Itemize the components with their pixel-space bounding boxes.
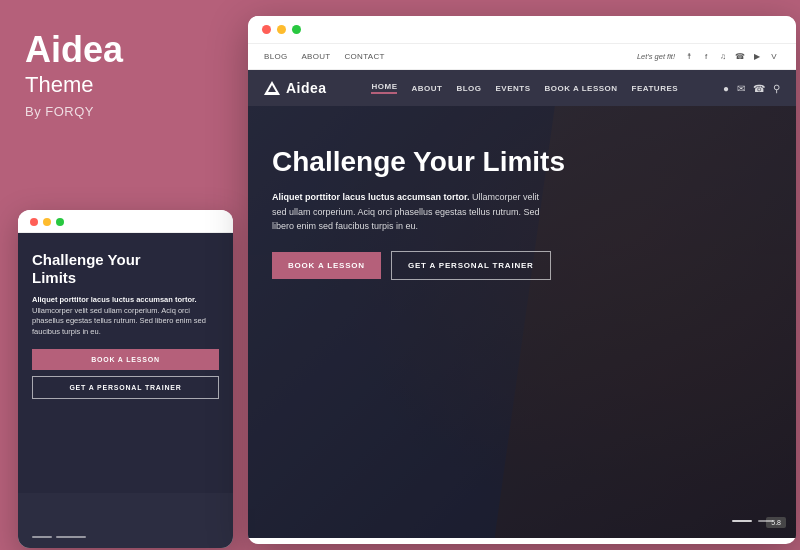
nav-book-lesson-link[interactable]: BOOK A LESSON — [545, 84, 618, 93]
desktop-website: BLOG ABOUT CONTACT Let's get fit! ☨ f ♫ … — [248, 44, 796, 538]
mobile-hero-desc: Aliquet porttitor lacus luctus accumsan … — [32, 295, 219, 337]
desktop-dot-red — [262, 25, 271, 34]
hero-section: Challenge Your Limits Aliquet porttitor … — [248, 106, 796, 538]
main-nav: Aidea HOME ABOUT BLOG EVENTS BOOK A LESS… — [248, 70, 796, 106]
nav-blog-link[interactable]: BLOG — [456, 84, 481, 93]
nav-about-link[interactable]: ABOUT — [411, 84, 442, 93]
util-contact-link[interactable]: CONTACT — [345, 52, 385, 61]
desktop-topbar — [248, 16, 796, 44]
util-about-link[interactable]: ABOUT — [301, 52, 330, 61]
mobile-get-trainer-button[interactable]: GET A PERSONAL TRAINER — [32, 376, 219, 399]
desktop-dot-yellow — [277, 25, 286, 34]
util-nav-links: BLOG ABOUT CONTACT — [264, 52, 385, 61]
whatsapp-icon[interactable]: ☎ — [734, 51, 746, 63]
facebook-icon[interactable]: f — [700, 51, 712, 63]
hero-desc: Aliquet porttitor lacus luctus accumsan … — [272, 190, 552, 233]
main-nav-links: HOME ABOUT BLOG EVENTS BOOK A LESSON FEA… — [371, 82, 678, 94]
dot-green — [56, 218, 64, 226]
desktop-mockup: BLOG ABOUT CONTACT Let's get fit! ☨ f ♫ … — [248, 16, 796, 544]
logo-text: Aidea — [286, 80, 327, 96]
brand-title: Aidea — [25, 30, 223, 70]
main-nav-logo: Aidea — [264, 80, 327, 96]
brand-subtitle: Theme — [25, 72, 223, 98]
instagram-icon[interactable]: ☨ — [683, 51, 695, 63]
nav-home-link[interactable]: HOME — [371, 82, 397, 94]
hero-bottom-nav — [732, 520, 772, 522]
nav-dash-active — [732, 520, 752, 522]
email-icon[interactable]: ✉ — [737, 83, 745, 94]
location-icon[interactable]: ● — [723, 83, 729, 94]
util-blog-link[interactable]: BLOG — [264, 52, 287, 61]
mobile-hero-title: Challenge YourLimits — [32, 251, 219, 287]
mobile-mockup: Challenge YourLimits Aliquet porttitor l… — [18, 210, 233, 548]
dot-yellow — [43, 218, 51, 226]
brand-by: By FORQY — [25, 104, 223, 119]
mobile-topbar — [18, 210, 233, 233]
vimeo-icon[interactable]: V — [768, 51, 780, 63]
mobile-thumbnail-line — [32, 536, 219, 538]
nav-events-link[interactable]: EVENTS — [496, 84, 531, 93]
thumb-line-1 — [32, 536, 52, 538]
hero-buttons: BOOK A LESSON GET A PERSONAL TRAINER — [272, 251, 772, 280]
hero-title: Challenge Your Limits — [272, 146, 772, 178]
get-trainer-button[interactable]: GET A PERSONAL TRAINER — [391, 251, 551, 280]
hero-desc-bold: Aliquet porttitor lacus luctus accumsan … — [272, 192, 470, 202]
youtube-icon[interactable]: ▶ — [751, 51, 763, 63]
thumb-line-2 — [56, 536, 86, 538]
nav-features-link[interactable]: FEATURES — [632, 84, 679, 93]
mobile-book-lesson-button[interactable]: BOOK A LESSON — [32, 349, 219, 370]
version-badge: 5.8 — [766, 517, 786, 528]
mobile-hero: Challenge YourLimits Aliquet porttitor l… — [18, 233, 233, 493]
search-icon[interactable]: ⚲ — [773, 83, 780, 94]
utility-nav: BLOG ABOUT CONTACT Let's get fit! ☨ f ♫ … — [248, 44, 796, 70]
util-nav-right: Let's get fit! ☨ f ♫ ☎ ▶ V — [637, 51, 780, 63]
hero-content: Challenge Your Limits Aliquet porttitor … — [248, 106, 796, 304]
nav-dash-1 — [758, 520, 772, 522]
tiktok-icon[interactable]: ♫ — [717, 51, 729, 63]
mobile-hero-content: Challenge YourLimits Aliquet porttitor l… — [32, 251, 219, 399]
dot-red — [30, 218, 38, 226]
main-nav-icons: ● ✉ ☎ ⚲ — [723, 83, 780, 94]
util-cta: Let's get fit! — [637, 52, 675, 61]
book-lesson-button[interactable]: BOOK A LESSON — [272, 252, 381, 279]
social-icons: ☨ f ♫ ☎ ▶ V — [683, 51, 780, 63]
desktop-dot-green — [292, 25, 301, 34]
logo-triangle-icon — [264, 81, 280, 95]
phone-icon[interactable]: ☎ — [753, 83, 765, 94]
mobile-thumbnail — [18, 493, 233, 548]
mobile-thumbnail-overlay — [18, 493, 233, 548]
